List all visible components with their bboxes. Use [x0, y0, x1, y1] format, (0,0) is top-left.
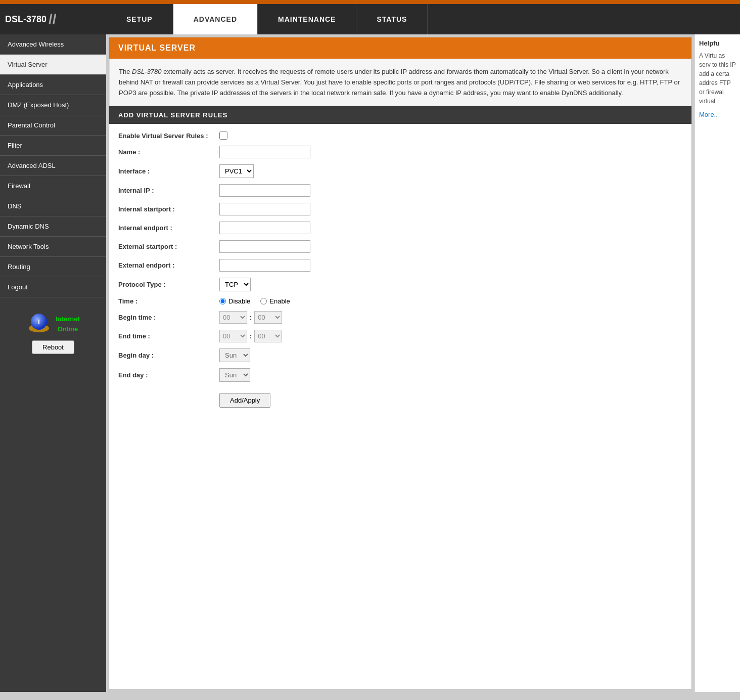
begin-day-label: Begin day : — [118, 352, 219, 359]
sidebar-item-virtual-server[interactable]: Virtual Server — [0, 55, 106, 75]
sidebar-item-applications[interactable]: Applications — [0, 75, 106, 95]
logo-slash: // — [49, 11, 57, 27]
time-disable-label: Disable — [228, 297, 250, 305]
logo-text: DSL-3780 — [5, 14, 47, 25]
end-time-colon: : — [250, 332, 252, 340]
nav-tabs: SETUP ADVANCED MAINTENANCE STATUS — [106, 4, 740, 34]
main-content: VIRTUAL SERVER The DSL-3780 externally a… — [109, 37, 692, 689]
name-input[interactable] — [219, 146, 310, 158]
add-virtual-server-rules-header: ADD VIRTUAL SERVER RULES — [109, 106, 691, 124]
end-time-hour-select[interactable]: 00 — [219, 330, 247, 342]
begin-time-hour-select[interactable]: 00 — [219, 311, 247, 324]
external-endport-label: External endport : — [118, 261, 219, 269]
name-label: Name : — [118, 148, 219, 156]
protocol-type-label: Protocol Type : — [118, 281, 219, 288]
enable-row: Enable Virtual Server Rules : — [118, 132, 682, 140]
internal-startport-label: Internal startport : — [118, 205, 219, 213]
svg-text:i: i — [38, 318, 40, 326]
sidebar-item-network-tools[interactable]: Network Tools — [0, 237, 106, 257]
end-time-label: End time : — [118, 332, 219, 340]
help-text: A Virtu as serv to this IP add a certa a… — [699, 51, 736, 106]
internal-ip-input[interactable] — [219, 184, 310, 197]
internal-startport-row: Internal startport : — [118, 203, 682, 215]
internal-startport-input[interactable] — [219, 203, 310, 215]
end-day-label: End day : — [118, 371, 219, 379]
sidebar-item-dynamic-dns[interactable]: Dynamic DNS — [0, 216, 106, 237]
reboot-button[interactable]: Reboot — [32, 340, 74, 354]
virtual-server-description: The DSL-3780 externally acts as server. … — [109, 59, 691, 106]
end-day-select[interactable]: Sun Mon Tue Wed Thu Fri Sat — [219, 368, 250, 382]
protocol-type-select[interactable]: TCP UDP Both — [219, 278, 251, 291]
internal-endport-row: Internal endport : — [118, 222, 682, 234]
begin-time-colon: : — [250, 314, 252, 321]
internal-ip-label: Internal IP : — [118, 187, 219, 194]
time-disable-option: Disable — [219, 297, 250, 305]
sidebar-item-firewall[interactable]: Firewall — [0, 176, 106, 196]
name-row: Name : — [118, 146, 682, 158]
end-day-row: End day : Sun Mon Tue Wed Thu Fri Sat — [118, 368, 682, 382]
enable-checkbox[interactable] — [219, 132, 227, 140]
time-enable-radio[interactable] — [260, 298, 267, 304]
begin-day-row: Begin day : Sun Mon Tue Wed Thu Fri Sat — [118, 348, 682, 362]
time-enable-option: Enable — [260, 297, 290, 305]
external-endport-row: External endport : — [118, 259, 682, 272]
internet-icon: i — [26, 310, 52, 335]
begin-time-row: Begin time : 00 : 00 — [118, 311, 682, 324]
begin-day-select[interactable]: Sun Mon Tue Wed Thu Fri Sat — [219, 348, 250, 362]
sidebar-item-routing[interactable]: Routing — [0, 257, 106, 277]
interface-label: Interface : — [118, 167, 219, 175]
help-sidebar: Helpfu A Virtu as serv to this IP add a … — [695, 34, 740, 692]
time-disable-radio[interactable] — [219, 298, 226, 304]
sidebar-item-dns[interactable]: DNS — [0, 196, 106, 216]
device-name-italic: DSL-3780 — [132, 68, 162, 75]
time-row: Time : Disable Enable — [118, 297, 682, 305]
internal-endport-label: Internal endport : — [118, 224, 219, 232]
time-label: Time : — [118, 297, 219, 305]
virtual-server-header: VIRTUAL SERVER — [109, 37, 691, 59]
logo-area: DSL-3780 // — [0, 4, 106, 34]
internet-status: i Internet Online Reboot — [0, 302, 106, 362]
time-radio-group: Disable Enable — [219, 297, 290, 305]
tab-setup[interactable]: SETUP — [106, 4, 173, 34]
interface-row: Interface : PVC1 — [118, 164, 682, 178]
enable-label: Enable Virtual Server Rules : — [118, 132, 219, 140]
main-layout: Advanced Wireless Virtual Server Applica… — [0, 34, 740, 692]
tab-advanced[interactable]: ADVANCED — [173, 4, 258, 34]
begin-time-label: Begin time : — [118, 314, 219, 321]
add-apply-row: Add/Apply — [118, 388, 682, 408]
tab-maintenance[interactable]: MAINTENANCE — [258, 4, 356, 34]
begin-time-min-select[interactable]: 00 — [254, 311, 282, 324]
sidebar-item-logout[interactable]: Logout — [0, 277, 106, 297]
add-apply-button[interactable]: Add/Apply — [219, 393, 270, 408]
sidebar-item-advanced-adsl[interactable]: Advanced ADSL — [0, 156, 106, 176]
internal-ip-row: Internal IP : — [118, 184, 682, 197]
end-time-min-select[interactable]: 00 — [254, 330, 282, 342]
begin-time-group: 00 : 00 — [219, 311, 282, 324]
time-enable-label: Enable — [269, 297, 290, 305]
end-time-group: 00 : 00 — [219, 330, 282, 342]
tab-status[interactable]: STATUS — [356, 4, 428, 34]
protocol-type-row: Protocol Type : TCP UDP Both — [118, 278, 682, 291]
end-time-row: End time : 00 : 00 — [118, 330, 682, 342]
sidebar-item-parental-control[interactable]: Parental Control — [0, 115, 106, 136]
header: DSL-3780 // SETUP ADVANCED MAINTENANCE S… — [0, 4, 740, 34]
external-endport-input[interactable] — [219, 259, 310, 272]
sidebar-item-dmz[interactable]: DMZ (Exposed Host) — [0, 95, 106, 115]
external-startport-input[interactable] — [219, 240, 310, 253]
help-more-link[interactable]: More.. — [699, 111, 736, 118]
internal-endport-input[interactable] — [219, 222, 310, 234]
content-wrapper: VIRTUAL SERVER The DSL-3780 externally a… — [106, 34, 740, 692]
sidebar-item-advanced-wireless[interactable]: Advanced Wireless — [0, 34, 106, 55]
internet-label-line1: Internet — [56, 315, 80, 323]
interface-select[interactable]: PVC1 — [219, 164, 254, 178]
external-startport-label: External startport : — [118, 243, 219, 250]
sidebar: Advanced Wireless Virtual Server Applica… — [0, 34, 106, 692]
help-title: Helpfu — [699, 39, 736, 47]
top-orange-bar — [0, 0, 740, 4]
sidebar-item-filter[interactable]: Filter — [0, 136, 106, 156]
external-startport-row: External startport : — [118, 240, 682, 253]
form-area: Enable Virtual Server Rules : Name : Int… — [109, 124, 691, 421]
internet-label-line2: Online — [56, 325, 80, 333]
